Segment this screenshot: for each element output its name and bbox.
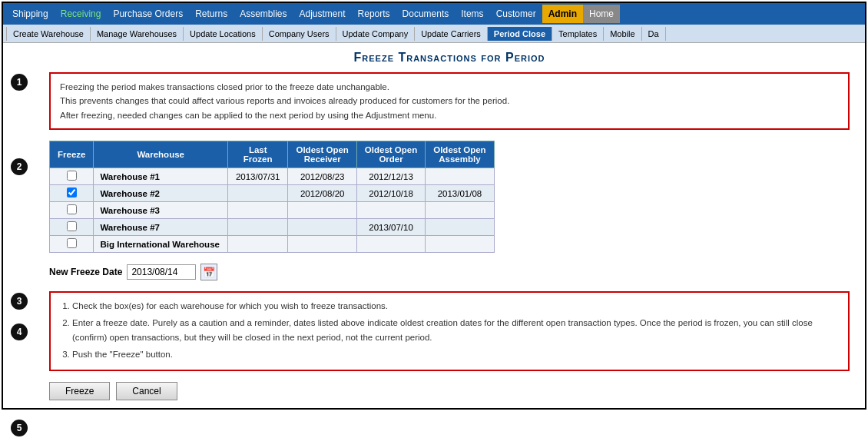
freeze-checkbox-1[interactable]	[67, 187, 77, 197]
oldest-order-cell: 2012/10/18	[356, 185, 425, 202]
freeze-table: Freeze Warehouse LastFrozen Oldest OpenR…	[49, 141, 495, 253]
freeze-checkbox-cell	[50, 219, 94, 236]
warehouse-name-cell: Warehouse #1	[94, 168, 227, 185]
nav-assemblies[interactable]: Assemblies	[234, 5, 293, 23]
col-freeze: Freeze	[50, 141, 94, 168]
info-line-1: Freezing the period makes transactions c…	[60, 80, 839, 94]
subnav-period-close[interactable]: Period Close	[488, 27, 552, 41]
subnav-manage-warehouses[interactable]: Manage Warehouses	[91, 27, 184, 41]
table-row: Warehouse #12013/07/312012/08/232012/12/…	[50, 168, 495, 185]
subnav-company-users[interactable]: Company Users	[263, 27, 336, 41]
nav-reports[interactable]: Reports	[352, 5, 396, 23]
col-oldest-assembly: Oldest OpenAssembly	[426, 141, 494, 168]
annotation-4: 4	[11, 324, 28, 340]
table-row: Warehouse #72013/07/10	[50, 219, 495, 236]
freeze-checkbox-2[interactable]	[67, 204, 77, 214]
subnav-templates[interactable]: Templates	[552, 27, 604, 41]
col-warehouse: Warehouse	[94, 141, 227, 168]
subnav-update-locations[interactable]: Update Locations	[184, 27, 263, 41]
oldest-assembly-cell	[426, 168, 494, 185]
subnav-update-carriers[interactable]: Update Carriers	[415, 27, 488, 41]
last-frozen-cell	[227, 219, 288, 236]
col-last-frozen: LastFrozen	[227, 141, 288, 168]
col-oldest-order: Oldest OpenOrder	[356, 141, 425, 168]
warehouse-name-cell: Big International Warehouse	[94, 236, 227, 253]
info-line-3: After freezing, needed changes can be ap…	[60, 108, 839, 122]
instruction-item-2: Enter a freeze date. Purely as a caution…	[72, 316, 839, 346]
oldest-assembly-cell	[426, 219, 494, 236]
info-line-2: This prevents changes that could affect …	[60, 94, 839, 108]
warehouse-name-cell: Warehouse #3	[94, 202, 227, 219]
oldest-assembly-cell	[426, 236, 494, 253]
page-title: Freeze Transactions for Period	[49, 51, 850, 65]
subnav-update-company[interactable]: Update Company	[336, 27, 416, 41]
oldest-assembly-cell	[426, 202, 494, 219]
table-row: Warehouse #22012/08/202012/10/182013/01/…	[50, 185, 495, 202]
nav-purchase-orders[interactable]: Purchase Orders	[107, 5, 189, 23]
nav-returns[interactable]: Returns	[189, 5, 234, 23]
freeze-checkbox-cell	[50, 202, 94, 219]
oldest-receiver-cell: 2012/08/20	[288, 185, 356, 202]
oldest-order-cell: 2012/12/13	[356, 168, 425, 185]
freeze-checkbox-4[interactable]	[67, 238, 77, 248]
oldest-receiver-cell: 2012/08/23	[288, 168, 356, 185]
last-frozen-cell	[227, 185, 288, 202]
oldest-order-cell	[356, 236, 425, 253]
warehouse-name-cell: Warehouse #2	[94, 185, 227, 202]
annotation-5: 5	[11, 420, 28, 436]
oldest-receiver-cell	[288, 202, 356, 219]
last-frozen-cell: 2013/07/31	[227, 168, 288, 185]
cancel-button[interactable]: Cancel	[116, 382, 177, 400]
freeze-checkbox-3[interactable]	[67, 221, 77, 231]
oldest-order-cell	[356, 202, 425, 219]
nav-shipping[interactable]: Shipping	[6, 5, 55, 23]
nav-documents[interactable]: Documents	[396, 5, 456, 23]
main-content: 1 Freeze Transactions for Period Freezin…	[3, 43, 865, 408]
freeze-button[interactable]: Freeze	[49, 382, 110, 400]
table-row: Warehouse #3	[50, 202, 495, 219]
last-frozen-cell	[227, 202, 288, 219]
info-box: Freezing the period makes transactions c…	[49, 72, 850, 130]
sub-nav: Create Warehouse Manage Warehouses Updat…	[3, 25, 865, 43]
freeze-date-row: New Freeze Date 📅	[49, 264, 850, 280]
table-row: Big International Warehouse	[50, 236, 495, 253]
freeze-checkbox-cell	[50, 236, 94, 253]
nav-admin[interactable]: Admin	[542, 5, 583, 23]
freeze-checkbox-cell	[50, 185, 94, 202]
col-oldest-receiver: Oldest OpenReceiver	[288, 141, 356, 168]
annotation-3: 3	[11, 293, 28, 310]
oldest-receiver-cell	[288, 219, 356, 236]
instruction-item-3: Push the "Freeze" button.	[72, 347, 839, 363]
calendar-icon[interactable]: 📅	[200, 264, 217, 280]
annotation-2: 2	[11, 158, 28, 175]
instructions-box: Check the box(es) for each warehouse for…	[49, 291, 850, 371]
freeze-checkbox-cell	[50, 168, 94, 185]
nav-receiving[interactable]: Receiving	[55, 5, 108, 23]
top-nav: Shipping Receiving Purchase Orders Retur…	[3, 3, 865, 25]
subnav-create-warehouse[interactable]: Create Warehouse	[6, 27, 91, 41]
nav-home[interactable]: Home	[583, 5, 620, 23]
subnav-da[interactable]: Da	[642, 27, 666, 41]
nav-items[interactable]: Items	[455, 5, 489, 23]
freeze-date-label: New Freeze Date	[49, 267, 122, 277]
freeze-checkbox-0[interactable]	[67, 171, 77, 181]
last-frozen-cell	[227, 236, 288, 253]
warehouse-name-cell: Warehouse #7	[94, 219, 227, 236]
nav-customer[interactable]: Customer	[490, 5, 542, 23]
annotation-1: 1	[11, 74, 28, 91]
oldest-receiver-cell	[288, 236, 356, 253]
freeze-date-input[interactable]	[127, 264, 196, 280]
button-row: Freeze Cancel	[49, 382, 850, 400]
instruction-item-1: Check the box(es) for each warehouse for…	[72, 299, 839, 314]
subnav-mobile[interactable]: Mobile	[604, 27, 641, 41]
nav-adjustment[interactable]: Adjustment	[293, 5, 352, 23]
oldest-order-cell: 2013/07/10	[356, 219, 425, 236]
oldest-assembly-cell: 2013/01/08	[426, 185, 494, 202]
